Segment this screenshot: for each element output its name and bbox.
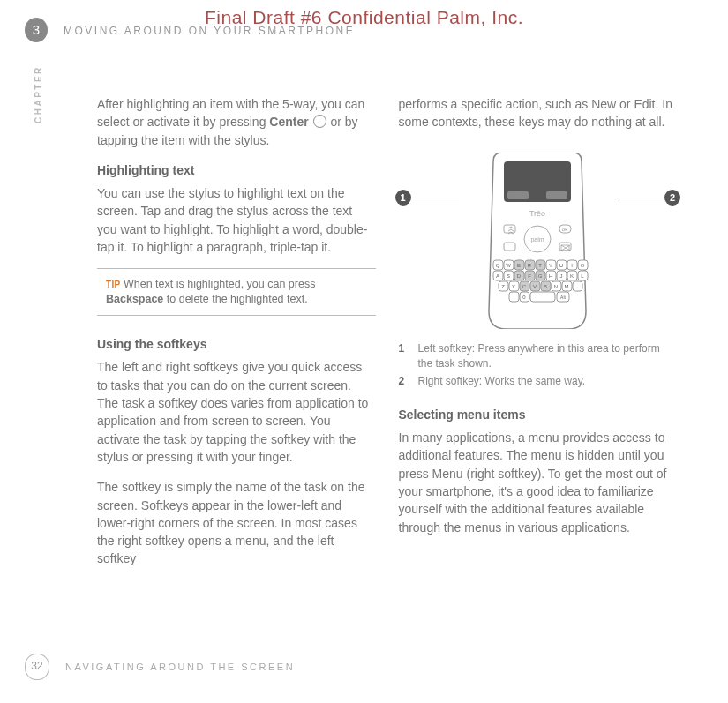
legend-row: 1 Left softkey: Press anywhere in this a… (399, 341, 678, 372)
para-softkey-cont: performs a specific action, such as New … (399, 95, 678, 131)
svg-text:F: F (528, 273, 531, 279)
svg-text:G: G (538, 273, 543, 279)
svg-text:S: S (507, 273, 510, 279)
svg-rect-67 (530, 292, 555, 302)
svg-text:X: X (512, 284, 515, 289)
para-softkeys-2: The softkey is simply the name of the ta… (97, 478, 376, 567)
treo-device-illustration: Trēo palm ok Q W E R T (449, 153, 626, 329)
device-figure: 1 2 Trēo palm ok (399, 153, 678, 329)
para-menu: In many applications, a menu provides ac… (399, 429, 678, 536)
left-column: After highlighting an item with the 5-wa… (97, 95, 376, 632)
svg-text:W: W (506, 263, 511, 268)
svg-text:K: K (570, 273, 574, 279)
bold-backspace: Backspace (106, 293, 163, 305)
legend-text: Left softkey: Press anywhere in this are… (418, 341, 678, 372)
para-highlighting: You can use the stylus to highlight text… (97, 184, 376, 256)
svg-rect-64 (509, 292, 519, 302)
para-softkeys-1: The left and right softkeys give you qui… (97, 358, 376, 466)
svg-text:palm: palm (531, 236, 544, 243)
callout-bubble-1: 1 (395, 190, 411, 206)
svg-text:V: V (533, 284, 537, 289)
figure-legend: 1 Left softkey: Press anywhere in this a… (399, 341, 678, 390)
svg-text:J: J (560, 273, 563, 279)
callout-line (411, 198, 459, 198)
legend-row: 2 Right softkey: Works the same way. (399, 374, 678, 389)
tip-box: TIP When text is highlighted, you can pr… (97, 268, 376, 316)
svg-text:U: U (559, 263, 563, 268)
svg-text:R: R (528, 263, 532, 268)
text: When text is highlighted, you can press (120, 278, 315, 290)
callout-line (617, 198, 664, 198)
svg-text:T: T (538, 263, 542, 268)
svg-text:Alt: Alt (560, 295, 566, 300)
svg-rect-2 (546, 191, 567, 199)
svg-text:M: M (565, 284, 569, 289)
svg-text:ok: ok (562, 227, 568, 232)
legend-num: 1 (399, 341, 409, 372)
chapter-side-label: CHAPTER (34, 65, 43, 123)
legend-num: 2 (399, 374, 409, 389)
svg-text:Z: Z (501, 284, 505, 289)
legend-text: Right softkey: Works the same way. (418, 374, 586, 389)
svg-text:D: D (517, 273, 522, 279)
svg-text:B: B (544, 284, 547, 289)
svg-text:C: C (522, 284, 527, 289)
callout-bubble-2: 2 (664, 190, 680, 206)
running-header: MOVING AROUND ON YOUR SMARTPHONE (64, 25, 355, 37)
chapter-number-badge: 3 (25, 18, 48, 42)
svg-text:A: A (496, 273, 499, 279)
right-column: performs a specific action, such as New … (399, 95, 678, 632)
center-button-icon (313, 115, 326, 128)
svg-text:Y: Y (549, 263, 552, 268)
page-footer: 32 NAVIGATING AROUND THE SCREEN (25, 654, 677, 680)
heading-using-softkeys: Using the softkeys (97, 335, 376, 353)
page-content: After highlighting an item with the 5-wa… (97, 95, 677, 632)
heading-highlighting-text: Highlighting text (97, 161, 376, 179)
bold-center: Center (269, 115, 308, 129)
svg-text:Q: Q (496, 263, 500, 268)
page-number-badge: 32 (25, 654, 49, 680)
footer-section-title: NAVIGATING AROUND THE SCREEN (65, 662, 295, 672)
heading-selecting-menu: Selecting menu items (399, 406, 678, 423)
svg-text:E: E (517, 263, 521, 268)
svg-text:H: H (549, 273, 552, 279)
svg-rect-1 (507, 191, 529, 199)
para-intro: After highlighting an item with the 5-wa… (97, 95, 376, 149)
svg-text:Trēo: Trēo (529, 209, 545, 218)
text: to delete the highlighted text. (163, 293, 307, 305)
svg-text:N: N (554, 284, 558, 289)
svg-text:O: O (581, 263, 585, 268)
tip-label: TIP (106, 280, 120, 289)
